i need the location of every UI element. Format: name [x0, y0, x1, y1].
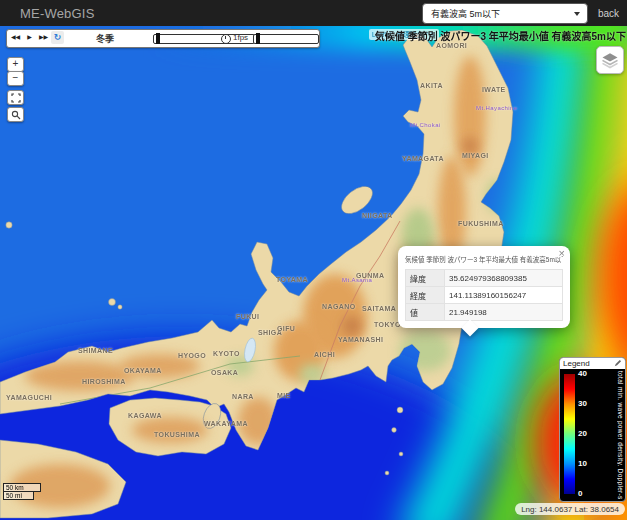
map-label: KYOTO	[213, 350, 240, 357]
map-label: Mt.Asama	[342, 277, 372, 283]
search-icon	[8, 110, 23, 120]
legend-tick: 20	[578, 429, 587, 439]
izu-oshima-island	[397, 407, 403, 413]
map-label: HYOGO	[178, 352, 206, 359]
map-label: Mt.Hayachine	[476, 105, 517, 111]
map-label: FUKUSHIMA	[458, 220, 504, 227]
map-label: KAGAWA	[128, 412, 162, 419]
map-label: TOKUSHIMA	[154, 431, 200, 438]
scale-control: 50 km 50 mi	[3, 483, 41, 500]
fullscreen-icon	[8, 93, 23, 103]
app-header: ME-WebGIS 有義波高 5m以下 back	[0, 0, 627, 26]
layers-icon	[597, 51, 623, 69]
step-forward-button[interactable]: ▶▶	[37, 31, 50, 44]
map-label: TOKYO	[374, 321, 401, 328]
map-container[interactable]: AOMORIAKITAIWATEMt.HayachineMt.ChokaiYAM…	[0, 26, 627, 520]
map-label: SHIMANE	[78, 347, 113, 354]
zoom-out-button[interactable]: −	[7, 71, 24, 86]
fps-slider[interactable]	[253, 34, 319, 44]
legend-tick: 40	[578, 369, 587, 379]
map-label: IWATE	[482, 86, 506, 93]
izu-island-3	[385, 471, 389, 475]
legend-colorbar	[564, 374, 575, 494]
map-label: YAMAGUCHI	[6, 394, 52, 401]
map-overlay-title: 気候値 季節別 波パワー3 年平均最小値 有義波高5m以下	[375, 28, 626, 43]
map-label: AOMORI	[436, 42, 467, 49]
popup-row: 経度141.11389160156247	[406, 287, 563, 304]
legend-tick: 0	[578, 489, 587, 499]
legend-title: Legend	[563, 359, 590, 368]
play-button[interactable]: ▶	[23, 31, 36, 44]
popup-row: 値21.949198	[406, 304, 563, 321]
app-title: ME-WebGIS	[20, 6, 95, 21]
legend-body: 403020100 total min. wave power density.…	[560, 369, 625, 501]
layers-control-button[interactable]	[596, 46, 624, 74]
map-label: Mt.Chokai	[410, 122, 441, 128]
legend-ticks: 403020100	[578, 369, 587, 499]
dataset-select[interactable]: 有義波高 5m以下	[422, 3, 588, 24]
map-label: YAMANASHI	[338, 336, 383, 343]
chevron-down-icon	[574, 12, 580, 16]
map-label: AKITA	[420, 82, 443, 89]
zoom-in-button[interactable]: +	[7, 57, 24, 72]
oki-island-2	[118, 305, 122, 309]
refresh-button[interactable]: ↻	[51, 31, 64, 44]
back-button[interactable]: back	[598, 8, 619, 19]
map-label: AICHI	[314, 351, 335, 358]
popup-row: 緯度35.624979368809385	[406, 270, 563, 287]
step-back-button[interactable]: ◀◀	[9, 31, 22, 44]
map-label: NAGANO	[322, 303, 356, 310]
popup-close-button[interactable]: ×	[559, 248, 565, 259]
map-label: OKAYAMA	[124, 367, 162, 374]
scale-km: 50 km	[3, 483, 41, 492]
map-label: GIFU	[277, 325, 295, 332]
map-label: HIROSHIMA	[82, 378, 126, 385]
map-popup: × 気候値 季節別 波パワー3 年平均最大値 有義波高5m以下 緯度35.624…	[398, 246, 570, 328]
popup-table-body: 緯度35.624979368809385経度141.11389160156247…	[406, 270, 563, 321]
map-label: MIYAGI	[462, 152, 489, 159]
legend-tick: 10	[578, 459, 587, 469]
map-label: FUKUI	[236, 313, 259, 320]
season-label: 冬季	[83, 32, 127, 45]
coords-readout: Lng: 144.0637 Lat: 38.0654	[515, 503, 625, 515]
edit-legend-icon[interactable]	[614, 359, 622, 369]
fps-clock-icon	[221, 34, 231, 44]
popup-title: 気候値 季節別 波パワー3 年平均最大値 有義波高5m以下	[405, 254, 563, 264]
legend-tick: 30	[578, 399, 587, 409]
izu-island-2	[399, 452, 403, 456]
map-label: NARA	[232, 393, 254, 400]
map-label: OSAKA	[211, 369, 238, 376]
dataset-select-value: 有義波高 5m以下	[431, 7, 500, 20]
legend-header: Legend	[560, 358, 625, 369]
legend-axis-label: total min. wave power density. Doppler-s…	[617, 371, 624, 499]
fullscreen-button[interactable]	[7, 90, 24, 105]
map-label: YAMAGATA	[402, 155, 444, 162]
izu-island	[392, 428, 397, 433]
nw-island	[6, 222, 12, 228]
map-label: TOYAMA	[276, 276, 308, 283]
search-button[interactable]	[7, 107, 24, 122]
legend-panel: Legend 403020100 total min. wave power d…	[559, 357, 626, 502]
scale-mi: 50 mi	[3, 492, 34, 500]
oki-island	[109, 299, 116, 306]
map-label: SAITAMA	[362, 305, 396, 312]
animation-toolbar: ◀◀ ▶ ▶▶ ↻ 冬季 1fps	[6, 29, 320, 48]
popup-table: 緯度35.624979368809385経度141.11389160156247…	[405, 269, 563, 321]
fps-slider-thumb[interactable]	[256, 33, 260, 44]
map-label: MIE	[277, 392, 291, 399]
map-label: NIIGATA	[362, 212, 393, 219]
map-label: WAKAYAMA	[204, 420, 248, 427]
timeline-slider-thumb[interactable]	[156, 33, 160, 44]
fps-label: 1fps	[233, 33, 248, 42]
